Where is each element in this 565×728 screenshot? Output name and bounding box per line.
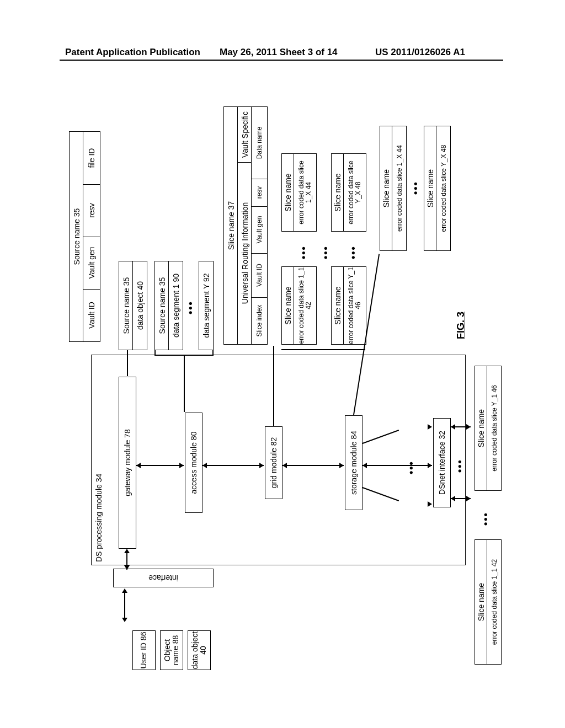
dots: •••: [185, 301, 196, 314]
ec-slice-11: error coded data slice 1_1 42: [294, 266, 317, 345]
ec-slice-y1: error coded data slice Y_1 46: [343, 266, 366, 345]
dots: •••: [298, 245, 310, 259]
slice-name-37: Slice name 37: [223, 106, 238, 345]
dots: •••: [348, 245, 359, 259]
slice-name-4: Slice name: [331, 153, 344, 232]
header-mid: May 26, 2011 Sheet 3 of 14: [220, 47, 338, 58]
dots: •••: [406, 461, 417, 474]
source-name-35-2: Source name 35: [119, 261, 134, 350]
slice-name-5: Slice name: [380, 126, 393, 251]
universal-routing: Universal Routing Information: [237, 162, 252, 345]
access-module: access module 80: [185, 413, 202, 513]
resv: resv: [83, 184, 100, 237]
slice-name-1: Slice name: [281, 266, 295, 345]
vault-gen-2: Vault gen: [251, 206, 268, 254]
header-right: US 2011/0126026 A1: [375, 47, 465, 58]
vault-specific: Vault Specific: [237, 106, 252, 163]
interface-box: interface: [113, 569, 214, 587]
slice-name-8: Slice name: [475, 366, 488, 491]
slice-index: Slice index: [251, 297, 268, 345]
header-left: Patent Application Publication: [65, 47, 200, 58]
vault-gen: Vault gen: [83, 236, 100, 290]
storage-module: storage module 84: [345, 415, 363, 510]
ec-slice-1x: error coded data slice 1_X 44: [294, 153, 317, 232]
dots: •••: [410, 181, 422, 195]
data-segment-y: data segment Y 92: [199, 261, 214, 350]
ec-slice-yx-b: error coded data slice Y_X 48: [436, 126, 451, 251]
data-segment-1: data segment 1 90: [168, 261, 183, 350]
source-name-35-3: Source name 35: [154, 261, 169, 350]
slice-name-3: Slice name: [331, 266, 344, 345]
object-name-box: Object name 88: [160, 630, 183, 670]
dots: •••: [320, 245, 332, 259]
slice-name-6: Slice name: [424, 126, 437, 251]
data-name: Data name: [251, 106, 268, 179]
header-rule: [60, 60, 503, 61]
user-id-box: User ID 86: [132, 630, 156, 670]
ec-slice-y1-b: error coded data slice Y_1 46: [487, 366, 502, 491]
source-name-header: Source name 35: [69, 131, 84, 342]
slice-name-2: Slice name: [281, 153, 295, 232]
vault-id: Vault ID: [83, 288, 100, 342]
data-object-40-2: data object 40: [132, 261, 147, 350]
figure-label: FIG. 3: [455, 312, 467, 339]
dots: •••: [454, 459, 466, 473]
data-object-box: data object 40: [188, 630, 211, 670]
ec-slice-1x-b: error coded data slice 1_X 44: [392, 126, 407, 251]
vault-id-2: Vault ID: [251, 253, 268, 298]
dots: •••: [480, 512, 492, 526]
ec-slice-yx: error coded data slice Y_X 48: [343, 153, 366, 232]
file-id: file ID: [83, 131, 100, 185]
ec-slice-11-b: error coded data slice 1_1 42: [487, 539, 502, 665]
slice-name-7: Slice name: [475, 539, 488, 665]
grid-module: grid module 82: [265, 426, 282, 499]
gateway-module: gateway module 78: [119, 377, 136, 549]
dsnet-interface: DSnet interface 32: [433, 418, 451, 507]
resv-2: resv: [251, 178, 268, 207]
